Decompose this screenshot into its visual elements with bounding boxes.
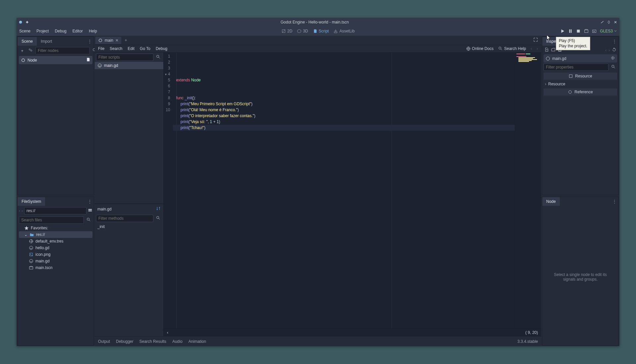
node-tab[interactable]: Node: [542, 197, 560, 206]
minimap[interactable]: [515, 53, 541, 328]
filter-nodes-input[interactable]: [35, 47, 90, 54]
res-folder[interactable]: ⌄ res://: [19, 231, 92, 238]
svg-point-17: [99, 39, 102, 42]
editor-2d-button[interactable]: 2D: [281, 29, 292, 33]
version-label: 3.3.4.stable: [517, 339, 538, 344]
file-item[interactable]: default_env.tres: [18, 238, 94, 245]
menu-editor[interactable]: Editor: [73, 29, 83, 33]
editor-3d-button[interactable]: 3D: [297, 29, 308, 33]
search-files-input[interactable]: [19, 216, 84, 224]
search-icon[interactable]: [155, 215, 162, 222]
play-custom-scene-button[interactable]: [592, 29, 597, 33]
script-menu-debug[interactable]: Debug: [156, 46, 167, 51]
code-editor[interactable]: 12345678910 extends Nodefunc _init(): pr…: [164, 53, 541, 336]
filter-properties-input[interactable]: [544, 64, 609, 71]
split-mode-icon[interactable]: [88, 208, 92, 214]
method-item[interactable]: _init: [95, 223, 163, 230]
node-icon: [98, 38, 103, 43]
stop-button[interactable]: [576, 29, 581, 33]
search-icon[interactable]: [610, 64, 617, 71]
path-field[interactable]: res://: [24, 207, 86, 214]
filesystem-dock: FileSystem ⋮ ‹ › res:// Favorites:: [17, 197, 94, 345]
bottom-tab-audio[interactable]: Audio: [172, 339, 183, 344]
menu-debug[interactable]: Debug: [55, 29, 66, 33]
renderer-selector[interactable]: GLES3: [600, 29, 617, 33]
scene-root-node[interactable]: Node: [19, 56, 92, 64]
close-icon[interactable]: [613, 20, 617, 24]
script-menu-search[interactable]: Search: [110, 46, 122, 51]
node-dock: Node ⋮ Select a single node to edit its …: [542, 197, 619, 345]
file-item[interactable]: main.gd: [18, 258, 94, 264]
filesystem-tab[interactable]: FileSystem: [18, 197, 45, 206]
distraction-free-icon[interactable]: [531, 37, 541, 43]
editor-assetlib-button[interactable]: AssetLib: [334, 29, 355, 33]
inspector-section-resource[interactable]: ›Resource: [542, 80, 618, 88]
minimize-icon[interactable]: [600, 20, 604, 24]
status-chevron[interactable]: ‹: [167, 330, 168, 335]
script-menu-go-to[interactable]: Go To: [140, 46, 150, 51]
dock-options-icon[interactable]: ⋮: [86, 199, 94, 204]
pin-icon[interactable]: [25, 20, 29, 24]
search-icon[interactable]: [85, 217, 92, 224]
path-forward-icon[interactable]: ›: [22, 208, 23, 213]
play-scene-button[interactable]: [584, 29, 589, 33]
svg-rect-3: [577, 30, 580, 33]
inspector-object-selector[interactable]: main.gd: [544, 54, 617, 63]
dock-options-icon[interactable]: ⋮: [86, 39, 94, 44]
new-tab-icon[interactable]: ＋: [121, 37, 131, 43]
scene-tab[interactable]: Scene: [18, 37, 37, 46]
editor-script-button[interactable]: Script: [313, 29, 329, 33]
history-icon[interactable]: [612, 47, 616, 53]
open-script-icon[interactable]: [86, 57, 90, 63]
menu-scene[interactable]: Scene: [19, 29, 30, 33]
history-forward-icon[interactable]: ›: [609, 48, 610, 53]
settings-icon[interactable]: [610, 56, 615, 61]
search-help-button[interactable]: Search Help: [498, 46, 526, 51]
file-item[interactable]: icon.png: [18, 251, 94, 258]
filter-scripts-input[interactable]: [96, 54, 153, 61]
import-tab[interactable]: Import: [37, 37, 56, 46]
bottom-tab-debugger[interactable]: Debugger: [116, 339, 133, 344]
file-item[interactable]: main.tscn: [18, 264, 94, 271]
history-back-icon[interactable]: ‹: [605, 48, 607, 53]
gdscript-icon: [546, 56, 550, 61]
maximize-icon[interactable]: [607, 20, 611, 24]
reference-icon: [568, 90, 572, 94]
filter-methods-input[interactable]: [96, 215, 153, 222]
favorites-item[interactable]: Favorites:: [18, 225, 94, 231]
search-icon[interactable]: [155, 54, 162, 61]
nav-back-icon[interactable]: ‹: [531, 46, 532, 51]
instance-scene-icon[interactable]: [27, 47, 34, 54]
svg-rect-8: [88, 209, 92, 210]
menu-project[interactable]: Project: [36, 29, 49, 33]
bottom-tab-search-results[interactable]: Search Results: [139, 339, 166, 344]
current-script-label: main.gd: [97, 207, 112, 211]
script-menu-edit[interactable]: Edit: [128, 46, 134, 51]
script-list-item[interactable]: main.gd: [95, 62, 163, 69]
nav-forward-icon[interactable]: ›: [537, 46, 538, 51]
load-resource-icon[interactable]: [551, 47, 556, 53]
svg-point-25: [612, 57, 613, 59]
script-tab-main[interactable]: main ✕: [95, 37, 121, 44]
menu-help[interactable]: Help: [89, 29, 97, 33]
sort-methods-icon[interactable]: [156, 206, 161, 212]
svg-rect-4: [585, 30, 588, 33]
play-tooltip: Play (F5) Play the project.: [556, 37, 590, 50]
close-tab-icon[interactable]: ✕: [115, 38, 119, 43]
dock-options-icon[interactable]: ⋮: [610, 199, 618, 204]
image-icon: [29, 252, 33, 257]
play-button[interactable]: [560, 29, 565, 33]
svg-rect-27: [569, 75, 572, 78]
new-resource-icon[interactable]: [544, 47, 549, 53]
dock-options-icon[interactable]: ⋮: [610, 39, 618, 44]
bottom-tab-output[interactable]: Output: [98, 339, 110, 344]
script-menu-file[interactable]: File: [98, 46, 104, 51]
path-back-icon[interactable]: ‹: [19, 208, 20, 213]
pause-button[interactable]: [568, 29, 573, 33]
file-item[interactable]: hello.gd: [18, 245, 94, 251]
bottom-tab-animation[interactable]: Animation: [188, 339, 206, 344]
svg-point-14: [30, 253, 31, 254]
online-docs-button[interactable]: Online Docs: [466, 46, 494, 51]
godot-logo-icon: [19, 20, 23, 24]
add-node-icon[interactable]: ＋: [19, 47, 26, 54]
